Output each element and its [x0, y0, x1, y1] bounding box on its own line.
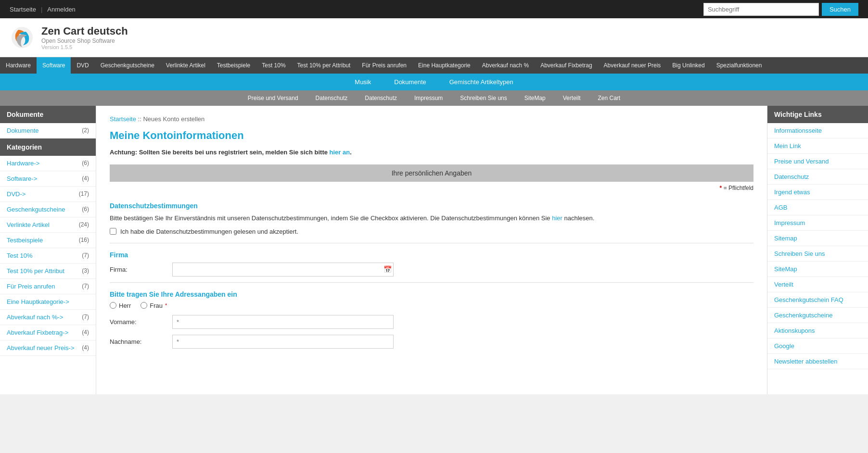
nav-footer-item[interactable]: Preise und Versand: [239, 90, 307, 106]
adresse-section-title: Bitte tragen Sie Ihre Adressangaben ein: [110, 290, 753, 298]
startseite-link[interactable]: Startseite: [10, 6, 36, 13]
nav-footer-item[interactable]: Schreiben Sie uns: [451, 90, 515, 106]
nav-primary-item[interactable]: DVD: [71, 57, 94, 74]
frau-radio[interactable]: [140, 302, 147, 309]
sidebar-count: (4): [82, 175, 89, 182]
sidebar-link[interactable]: Dokumente: [7, 127, 38, 134]
anmelden-link[interactable]: Anmelden: [47, 6, 76, 13]
logo-version: Version 1.5.5: [41, 44, 128, 50]
right-link[interactable]: Impressum: [774, 219, 805, 226]
right-link[interactable]: Verteilt: [774, 281, 793, 288]
sidebar-right-item: Mein Link: [767, 138, 868, 154]
footer-nav: Preise und VersandDatenschutzDatenschutz…: [0, 90, 868, 106]
sidebar-count: (24): [79, 221, 89, 228]
right-link[interactable]: Schreiben Sie uns: [774, 250, 825, 257]
right-link[interactable]: Mein Link: [774, 142, 801, 150]
nav-footer-item[interactable]: Datenschutz: [307, 90, 357, 106]
search-button[interactable]: Suchen: [822, 3, 858, 16]
firma-input[interactable]: [172, 263, 394, 277]
right-link[interactable]: AGB: [774, 204, 787, 211]
right-link[interactable]: Aktionskupons: [774, 327, 815, 334]
sidebar-right-header: Wichtige Links: [767, 106, 868, 123]
sidebar-link[interactable]: Abverkauf Fixbetrag->: [7, 329, 68, 336]
nav-secondary-item[interactable]: Dokumente: [383, 74, 437, 90]
sidebar-link[interactable]: Verlinkte Artikel: [7, 221, 50, 228]
herr-label: Herr: [119, 302, 131, 309]
nav-primary-item[interactable]: Hardware: [0, 57, 37, 74]
nav-primary-item[interactable]: Abverkauf Fixbetrag: [535, 57, 598, 74]
sidebar-link[interactable]: Test 10% per Attribut: [7, 267, 64, 275]
nav-primary-item[interactable]: Verlinkte Artikel: [160, 57, 211, 74]
sidebar-link[interactable]: Test 10%: [7, 252, 32, 259]
sidebar-kategorie-item: Geschenkgutscheine(6): [0, 202, 96, 217]
sidebar-link[interactable]: Software->: [7, 175, 37, 182]
nav-primary-item[interactable]: Abverkauf neuer Preis: [598, 57, 667, 74]
vorname-input[interactable]: [172, 315, 394, 329]
right-link[interactable]: Informationsseite: [774, 127, 822, 134]
nav-secondary-item[interactable]: Gemischte Artikeltypen: [438, 74, 525, 90]
top-bar: Startseite | Anmelden Suchen: [0, 0, 868, 18]
sidebar-count: (17): [79, 190, 89, 198]
right-link[interactable]: Datenschutz: [774, 173, 809, 180]
right-link[interactable]: Google: [774, 342, 794, 350]
sidebar-kategorie-item: Abverkauf Fixbetrag->(4): [0, 325, 96, 340]
firma-icon-btn[interactable]: 📅: [383, 265, 392, 273]
right-link[interactable]: Newsletter abbestellen: [774, 358, 838, 365]
datenschutz-checkbox-row: Ich habe die Datenschutzbestimmungen gel…: [110, 228, 753, 235]
breadcrumb-current: Neues Konto erstellen: [143, 115, 204, 123]
right-link[interactable]: Preise und Versand: [774, 158, 829, 165]
sidebar-link[interactable]: Für Preis anrufen: [7, 283, 55, 290]
sidebar-link[interactable]: Eine Hauptkategorie->: [7, 298, 69, 305]
nav-primary-item[interactable]: Für Preis anrufen: [356, 57, 412, 74]
breadcrumb-home[interactable]: Startseite: [110, 115, 136, 123]
top-bar-nav: Startseite | Anmelden: [10, 6, 76, 13]
sidebar-count: (7): [82, 314, 89, 321]
sidebar-count: (16): [79, 237, 89, 244]
right-link[interactable]: Geschenkgutscheine: [774, 312, 832, 319]
sidebar-count: (4): [82, 344, 89, 352]
nav-primary-item[interactable]: Test 10%: [256, 57, 291, 74]
nav-footer-item[interactable]: Datenschutz: [356, 90, 406, 106]
nav-footer-item[interactable]: SiteMap: [516, 90, 554, 106]
sidebar-link[interactable]: Hardware->: [7, 160, 39, 167]
warning-link[interactable]: hier an: [330, 149, 350, 156]
secondary-nav: MusikDokumenteGemischte Artikeltypen: [0, 74, 868, 90]
datenschutz-link[interactable]: hier: [552, 214, 562, 222]
search-input[interactable]: [703, 3, 819, 16]
right-link[interactable]: SiteMap: [774, 265, 797, 273]
sidebar-right-item: Geschenkgutscheine: [767, 308, 868, 323]
sidebar-kategorie-item: DVD->(17): [0, 187, 96, 202]
sidebar-link[interactable]: Abverkauf nach %->: [7, 314, 63, 321]
vorname-row: Vorname:: [110, 315, 753, 329]
anrede-required: *: [165, 302, 167, 308]
sidebar-link[interactable]: Geschenkgutscheine: [7, 206, 65, 213]
nav-primary-item[interactable]: Software: [37, 57, 71, 74]
sidebar-kategorie-item: Eine Hauptkategorie->: [0, 294, 96, 310]
sidebar-right-item: Geschenkgutschein FAQ: [767, 292, 868, 308]
nav-primary-item[interactable]: Eine Hauptkategorie: [412, 57, 476, 74]
sidebar-dokumente-header: Dokumente: [0, 106, 96, 123]
nav-primary-item[interactable]: Test 10% per Attribut: [292, 57, 357, 74]
nav-footer-item[interactable]: Zen Cart: [589, 90, 629, 106]
herr-radio[interactable]: [110, 302, 116, 309]
sidebar-link[interactable]: Testbeispiele: [7, 237, 43, 244]
nachname-input[interactable]: [172, 335, 394, 349]
right-link[interactable]: Sitemap: [774, 235, 797, 242]
datenschutz-checkbox[interactable]: [110, 228, 116, 235]
sidebar-link[interactable]: DVD->: [7, 190, 26, 198]
nav-primary-item[interactable]: Spezialfunktionen: [711, 57, 768, 74]
nav-secondary-item[interactable]: Musik: [343, 74, 383, 90]
nav-footer-item[interactable]: Verteilt: [554, 90, 589, 106]
right-link[interactable]: Geschenkgutschein FAQ: [774, 296, 843, 303]
warning-end: .: [350, 149, 352, 156]
nav-primary-item[interactable]: Geschenkgutscheine: [95, 57, 160, 74]
sidebar-link[interactable]: Abverkauf neuer Preis->: [7, 344, 75, 352]
nav-primary-item[interactable]: Big Unlinked: [666, 57, 710, 74]
breadcrumb-sep: ::: [138, 115, 143, 123]
nav-footer-item[interactable]: Impressum: [406, 90, 451, 106]
sidebar-right-item: AGB: [767, 200, 868, 215]
right-link[interactable]: Irgend etwas: [774, 189, 810, 196]
nav-primary-item[interactable]: Testbeispiele: [211, 57, 256, 74]
page-title: Meine Kontoinformationen: [110, 129, 753, 142]
nav-primary-item[interactable]: Abverkauf nach %: [476, 57, 535, 74]
